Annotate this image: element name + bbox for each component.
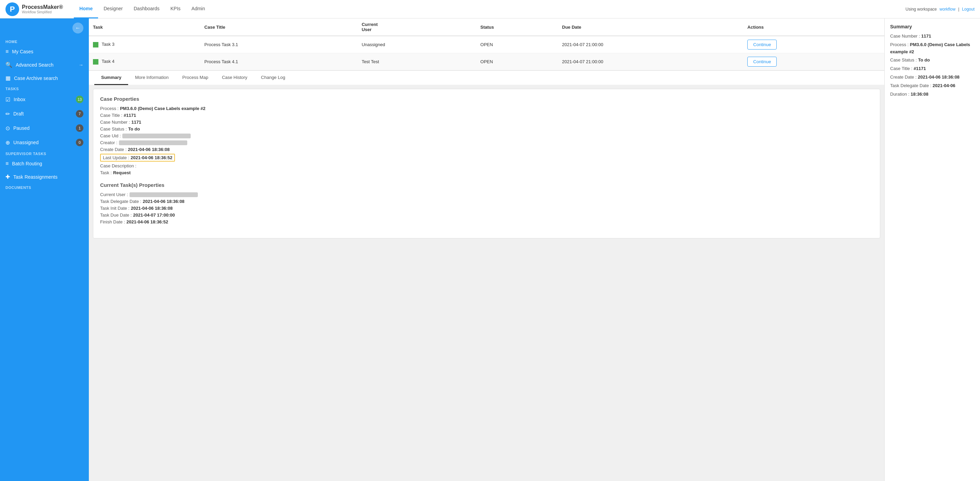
right-section: Task Case Title CurrentUser Status Due D…: [89, 19, 980, 481]
case-properties-section: Case Properties Process : PM3.6.0 (Demo)…: [100, 96, 873, 175]
prop-task-delegate-date: Task Delegate Date : 2021-04-06 18:36:08: [100, 199, 873, 204]
current-task-title: Current Task(s) Properties: [100, 182, 873, 188]
last-update-highlighted: Last Update : 2021-04-06 18:36:52: [100, 154, 175, 162]
prop-finish-date: Finish Date : 2021-04-06 18:36:52: [100, 219, 873, 224]
unassigned-badge: 0: [76, 139, 83, 146]
prop-task-due-date: Task Due Date : 2021-04-07 17:00:00: [100, 213, 873, 217]
current-user-2: Test Test: [358, 53, 476, 70]
sidebar-label-paused: Paused: [13, 125, 72, 131]
summary-case-status: Case Status : To do: [890, 57, 975, 64]
logo-area: P ProcessMaker® Workflow Simplified: [5, 2, 63, 16]
tab-case-history[interactable]: Case History: [215, 71, 254, 85]
sidebar-item-advanced-search[interactable]: 🔍 Advanced Search →: [0, 58, 89, 71]
summary-panel: Summary Case Number : 1171 Process : PM3…: [885, 19, 980, 481]
prop-case-number: Case Number : 1171: [100, 119, 873, 125]
col-case-title: Case Title: [200, 19, 358, 36]
status-1: OPEN: [476, 36, 558, 53]
sidebar-label-draft: Draft: [13, 111, 72, 116]
prop-process: Process : PM3.6.0 (Demo) Case Labels exa…: [100, 106, 873, 111]
sidebar-item-paused[interactable]: ⊙ Paused 1: [0, 121, 89, 135]
prop-create-date: Create Date : 2021-04-06 18:36:08: [100, 147, 873, 152]
prop-last-update: Last Update : 2021-04-06 18:36:52: [100, 154, 873, 162]
current-task-properties-section: Current Task(s) Properties Current User …: [100, 182, 873, 224]
table-row: Task 4 Process Task 4.1 Test Test OPEN 2…: [89, 53, 885, 70]
task-status-icon-1: [93, 42, 99, 48]
logout-link[interactable]: Logout: [962, 7, 975, 12]
paused-badge: 1: [76, 124, 83, 132]
summary-process: Process : PM3.6.0 (Demo) Case Labels exa…: [890, 41, 975, 56]
task-reassignments-icon: ✚: [5, 173, 10, 180]
tab-content-summary: Case Properties Process : PM3.6.0 (Demo)…: [93, 89, 880, 238]
nav-kpis[interactable]: KPIs: [165, 0, 186, 19]
prop-task-init-date: Task Init Date : 2021-04-06 18:36:08: [100, 206, 873, 211]
prop-last-update-value: 2021-04-06 18:36:52: [130, 155, 172, 160]
tab-summary[interactable]: Summary: [94, 71, 128, 85]
section-home-label: HOME: [0, 38, 89, 45]
tab-more-info[interactable]: More Information: [128, 71, 175, 85]
case-properties-title: Case Properties: [100, 96, 873, 102]
sidebar-label-batch-routing: Batch Routing: [12, 161, 83, 167]
sidebar-item-inbox[interactable]: ☑ Inbox 13: [0, 92, 89, 106]
prop-case-number-value: 1171: [131, 119, 141, 125]
continue-button-2[interactable]: Continue: [747, 57, 777, 67]
case-title-1: Process Task 3.1: [200, 36, 358, 53]
sidebar-item-unassigned[interactable]: ⊕ Unassigned 0: [0, 135, 89, 150]
continue-button-1[interactable]: Continue: [747, 40, 777, 49]
tab-process-map[interactable]: Process Map: [176, 71, 215, 85]
case-title-2: Process Task 4.1: [200, 53, 358, 70]
summary-panel-title: Summary: [890, 24, 975, 29]
prop-task-due-date-value: 2021-04-07 17:00:00: [133, 213, 175, 217]
prop-task: Task : Request: [100, 170, 873, 175]
current-user-1: Unassigned: [358, 36, 476, 53]
brand-name: ProcessMaker®: [22, 4, 63, 10]
summary-task-delegate-date: Task Delegate Date : 2021-04-06: [890, 83, 975, 89]
nav-designer[interactable]: Designer: [98, 0, 128, 19]
workspace-link[interactable]: workflow: [939, 7, 955, 12]
sidebar-label-case-archive: Case Archive search: [14, 76, 83, 81]
prop-finish-date-value: 2021-04-06 18:36:52: [126, 219, 168, 224]
status-2: OPEN: [476, 53, 558, 70]
sidebar-label-unassigned: Unassigned: [13, 140, 72, 145]
prop-case-desc: Case Description :: [100, 163, 873, 168]
draft-icon: ✏: [5, 111, 10, 117]
table-section: Task Case Title CurrentUser Status Due D…: [89, 19, 885, 70]
sidebar-item-task-reassignments[interactable]: ✚ Task Reassignments: [0, 170, 89, 183]
sidebar-item-my-cases[interactable]: ≡ My Cases: [0, 45, 89, 58]
tabs-section: Summary More Information Process Map Cas…: [89, 70, 885, 85]
prop-task-init-date-value: 2021-04-06 18:36:08: [131, 206, 173, 211]
summary-create-date: Create Date : 2021-04-06 18:36:08: [890, 74, 975, 81]
due-date-2: 2021-04-07 21:00:00: [558, 53, 743, 70]
sidebar-item-batch-routing[interactable]: ≡ Batch Routing: [0, 157, 89, 170]
sidebar-label-advanced-search: Advanced Search: [16, 62, 75, 68]
prop-case-title: Case Title : #1171: [100, 113, 873, 118]
sidebar-label-inbox: Inbox: [14, 97, 72, 102]
back-button[interactable]: ←: [72, 22, 83, 33]
summary-duration: Duration : 18:36:08: [890, 91, 975, 98]
paused-icon: ⊙: [5, 125, 10, 132]
col-actions: Actions: [743, 19, 885, 36]
due-date-1: 2021-04-07 21:00:00: [558, 36, 743, 53]
my-cases-icon: ≡: [5, 49, 8, 55]
task-status-icon-2: [93, 59, 99, 65]
unassigned-icon: ⊕: [5, 140, 10, 146]
prop-current-user: Current User :: [100, 192, 873, 197]
prop-case-status: Case Status : To do: [100, 126, 873, 132]
prop-case-uid: Case Uid :: [100, 133, 873, 138]
case-table: Task Case Title CurrentUser Status Due D…: [89, 19, 885, 70]
tab-change-log[interactable]: Change Log: [254, 71, 292, 85]
col-task: Task: [89, 19, 200, 36]
prop-case-uid-blurred: [123, 133, 191, 138]
nav-home[interactable]: Home: [74, 0, 98, 19]
logo-text: ProcessMaker® Workflow Simplified: [22, 4, 63, 14]
sidebar-item-draft[interactable]: ✏ Draft 7: [0, 106, 89, 121]
prop-creator: Creator :: [100, 140, 873, 145]
task-name-2: Task 4: [89, 53, 200, 70]
col-current-user: CurrentUser: [358, 19, 476, 36]
workspace-info: Using workspace: [905, 7, 937, 12]
prop-creator-blurred: [119, 140, 187, 145]
section-tasks-label: TASKS: [0, 85, 89, 92]
nav-dashboards[interactable]: Dashboards: [128, 0, 165, 19]
col-status: Status: [476, 19, 558, 36]
sidebar-item-case-archive[interactable]: ▦ Case Archive search: [0, 71, 89, 85]
nav-admin[interactable]: Admin: [186, 0, 210, 19]
